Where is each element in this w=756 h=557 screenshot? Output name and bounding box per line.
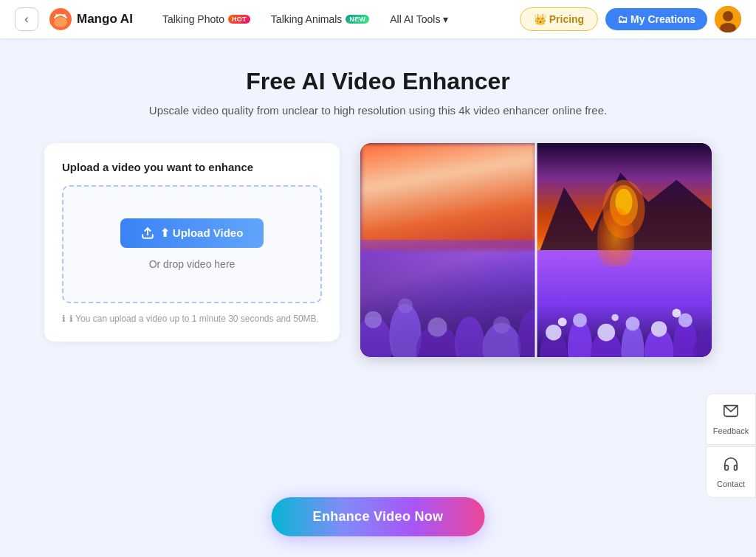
preview-panel <box>360 143 712 357</box>
contact-icon <box>723 456 739 476</box>
page-title: Free AI Video Enhancer <box>44 68 712 95</box>
svg-point-3 <box>63 14 66 17</box>
preview-after <box>536 143 712 357</box>
header-actions: 👑 Pricing 🗂 My Creations <box>520 6 741 32</box>
back-button[interactable]: ‹ <box>15 7 38 31</box>
preview-divider <box>535 143 537 357</box>
upload-hint: ℹ ℹ You can upload a video up to 1 minut… <box>62 314 322 324</box>
new-badge: NEW <box>346 15 369 24</box>
feedback-button[interactable]: Feedback <box>706 393 756 445</box>
nav-label-all-ai-tools: All AI Tools ▾ <box>390 13 448 25</box>
upload-btn-label: ⬆ Upload Video <box>160 226 244 240</box>
svg-point-16 <box>427 317 447 336</box>
pricing-button[interactable]: 👑 Pricing <box>520 7 598 31</box>
left-flower-overlay <box>360 229 536 357</box>
side-buttons: Feedback Contact <box>706 393 756 498</box>
svg-point-14 <box>365 311 382 328</box>
hint-icon: ℹ <box>62 314 66 324</box>
nav-item-all-ai-tools[interactable]: All AI Tools ▾ <box>381 9 457 30</box>
enhance-video-button[interactable]: Enhance Video Now <box>272 497 485 536</box>
feedback-icon <box>723 403 739 423</box>
creations-label: 🗂 My Creations <box>617 13 695 25</box>
my-creations-button[interactable]: 🗂 My Creations <box>605 8 707 30</box>
drop-text: Or drop video here <box>149 258 236 270</box>
svg-point-33 <box>625 316 639 331</box>
logo-text: Mango AI <box>77 12 133 27</box>
svg-point-36 <box>558 317 567 326</box>
main-content: Free AI Video Enhancer Upscale video qua… <box>0 38 756 446</box>
svg-point-5 <box>723 11 733 21</box>
svg-point-30 <box>546 325 561 340</box>
logo-icon <box>49 7 72 31</box>
nav-item-talking-photo[interactable]: Talking Photo HOT <box>154 9 259 30</box>
svg-point-13 <box>518 309 536 357</box>
upload-panel: Upload a video you want to enhance ⬆ Upl… <box>44 143 340 342</box>
svg-point-1 <box>54 17 67 27</box>
svg-point-35 <box>678 314 693 328</box>
candle-glow <box>597 207 634 266</box>
avatar-image <box>715 6 741 32</box>
svg-point-38 <box>672 309 681 318</box>
avatar[interactable] <box>715 6 741 32</box>
enhance-btn-container: Enhance Video Now <box>272 497 485 536</box>
enhance-btn-label: Enhance Video Now <box>313 509 444 524</box>
svg-point-34 <box>651 321 667 336</box>
header: ‹ Mango AI Talking Photo HOT Talking Ani… <box>0 0 756 38</box>
page-subtitle: Upscale video quality from unclear to hi… <box>44 104 712 117</box>
upload-panel-label: Upload a video you want to enhance <box>62 161 322 173</box>
svg-point-32 <box>597 324 615 342</box>
svg-point-17 <box>493 316 510 333</box>
nav-label-talking-animals: Talking Animals <box>271 13 343 25</box>
svg-point-11 <box>455 316 485 357</box>
nav-item-talking-animals[interactable]: Talking Animals NEW <box>262 9 378 30</box>
contact-button[interactable]: Contact <box>706 446 756 498</box>
contact-label: Contact <box>717 480 745 488</box>
svg-point-15 <box>398 298 413 313</box>
feedback-label: Feedback <box>713 426 749 435</box>
nav-label-talking-photo: Talking Photo <box>162 13 224 25</box>
preview-before <box>360 143 536 357</box>
hint-text: ℹ You can upload a video up to 1 minute … <box>69 314 319 324</box>
svg-point-31 <box>573 314 587 328</box>
pricing-label: 👑 Pricing <box>534 13 584 25</box>
logo[interactable]: Mango AI <box>49 7 133 31</box>
dropzone[interactable]: ⬆ Upload Video Or drop video here <box>62 185 322 303</box>
preview-image <box>360 143 712 357</box>
upload-icon <box>141 226 154 240</box>
svg-point-2 <box>55 14 58 17</box>
main-nav: Talking Photo HOT Talking Animals NEW Al… <box>154 9 520 30</box>
upload-video-button[interactable]: ⬆ Upload Video <box>120 218 264 248</box>
hot-badge: HOT <box>228 15 250 24</box>
svg-point-37 <box>611 314 619 322</box>
content-area: Upload a video you want to enhance ⬆ Upl… <box>44 143 712 357</box>
